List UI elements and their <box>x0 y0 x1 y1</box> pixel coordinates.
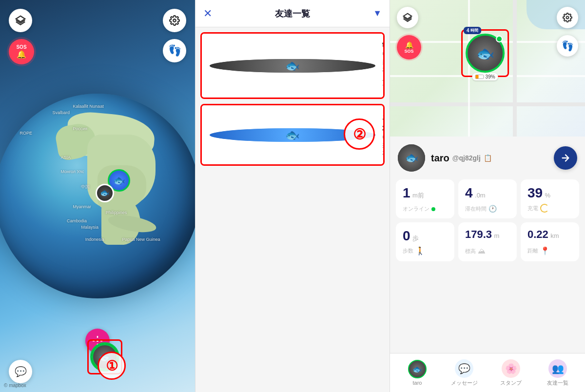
sos-label-right: SOS <box>404 49 413 54</box>
footprint-icon-right: 👣 <box>562 40 574 52</box>
stat-steps: 0 歩 歩数 🚶 <box>396 222 454 261</box>
osakana-info: おさかな @xt3lni0 共通の友達 <box>382 112 385 157</box>
osakana-name: おさかな <box>382 112 385 133</box>
stat-online: 1 m前 オンライン <box>396 179 454 218</box>
nav-label-taro: taro <box>413 380 422 386</box>
settings-button-left[interactable] <box>163 9 186 32</box>
footprint-button-left[interactable]: 👣 <box>163 39 186 62</box>
nav-item-message[interactable]: 💬 メッセージ <box>441 359 488 387</box>
user-name-display: taro @qj82glj 📋 <box>431 153 548 164</box>
battery-bar <box>475 75 484 79</box>
footprint-button-right[interactable]: 👣 <box>557 35 578 57</box>
battery-badge-map: 39% <box>472 73 498 80</box>
nav-label-stamp: スタンプ <box>500 379 522 387</box>
friends-header: ✕ 友達一覧 ▼ <box>195 0 390 27</box>
stat-online-value: 1 m前 <box>403 185 448 201</box>
battery-fill <box>476 75 479 78</box>
map-label-png: Papua New Guinea <box>122 237 160 242</box>
stat-online-label: オンライン <box>403 205 448 213</box>
clock-icon: 🕐 <box>488 205 497 213</box>
map-label-asia: ASIA <box>60 155 71 160</box>
taro-mutual: 共通の友達が1人います <box>382 58 385 91</box>
stat-charging-label: 充電 <box>527 204 572 213</box>
user-name-section: taro @qj82glj 📋 <box>431 153 548 164</box>
stat-altitude-value: 179.3 m <box>465 228 510 241</box>
map-label-china: 中国 <box>81 184 90 190</box>
map-label-russia: Россия <box>73 126 88 131</box>
taro-handle: @qj82glj <box>382 50 385 57</box>
svg-point-4 <box>566 17 569 19</box>
taro-name: taro <box>382 40 385 49</box>
left-map-panel: Svalbard Kalaallit Nunaat ROPE Россия AS… <box>0 0 195 392</box>
map-label-malaysia: Malaysia <box>81 225 98 230</box>
friend-item-osakana-wrapper: 🐟 おさかな @xt3lni0 共通の友達 ⋮ ② <box>195 104 390 166</box>
stat-distance-value: 0.22 km <box>527 228 572 241</box>
taro-avatar: 🐟 <box>210 59 375 73</box>
map-user-box: 🐟 4 時間 39% <box>461 29 509 77</box>
stingray-avatar-marker[interactable]: 🐟 <box>96 184 114 202</box>
share-button[interactable] <box>554 146 577 170</box>
svg-point-1 <box>173 19 176 22</box>
friend-item-taro[interactable]: 🐟 taro @qj82glj 共通の友達が1人います ⋮ <box>200 32 385 99</box>
footprint-icon-left: 👣 <box>168 44 181 57</box>
annotation-1: ① <box>98 352 126 380</box>
stat-steps-value: 0 歩 <box>403 228 448 244</box>
taro-info: taro @qj82glj 共通の友達が1人います <box>382 40 385 91</box>
user-detail-panel: 🐟 4 時間 39% <box>390 0 585 392</box>
nav-item-friends[interactable]: 👥 友達一覧 <box>534 359 581 387</box>
sos-button-left[interactable]: SOS 🔔 <box>9 39 34 64</box>
filter-button[interactable]: ▼ <box>373 8 382 19</box>
charging-arc <box>540 204 549 213</box>
stat-time-label: 滞在時間 🕐 <box>465 205 510 213</box>
nav-label-message: メッセージ <box>451 379 478 387</box>
user-avatar-detail: 🐟 <box>398 144 425 172</box>
altitude-icon: ⛰ <box>478 247 486 255</box>
road-h3 <box>390 102 585 106</box>
online-dot <box>431 207 435 211</box>
stat-charging: 39 % 充電 <box>521 179 579 218</box>
map-label-myanmar: Myanmar <box>73 204 92 209</box>
time-badge-map: 4 時間 <box>464 27 481 34</box>
layers-button-left[interactable] <box>9 9 32 32</box>
sos-label-left: SOS <box>16 44 26 50</box>
map-label-kalaallit: Kalaallit Nunaat <box>73 104 104 109</box>
stat-distance-label: 距離 📍 <box>527 246 572 255</box>
map-label-indonesia: Indonesia <box>85 237 104 242</box>
stat-time: 4 .0m 滞在時間 🕐 <box>458 179 517 218</box>
stat-altitude-label: 標高 ⛰ <box>465 247 510 255</box>
map-label-svalbard: Svalbard <box>53 110 70 115</box>
map-label-europe: ROPE <box>20 131 32 136</box>
steps-icon: 🚶 <box>415 246 425 255</box>
friends-title: 友達一覧 <box>212 8 373 20</box>
sos-button-right[interactable]: 🔔 SOS <box>397 35 421 59</box>
map-label-mongolia: Монгол Улс <box>60 169 84 174</box>
map-user-avatar-wrapper: 🐟 4 時間 39% <box>466 34 505 73</box>
chat-icon-left: 💬 <box>15 366 27 377</box>
user-info-section: 🐟 taro @qj82glj 📋 <box>390 137 585 179</box>
user-handle-display: @qj82glj <box>452 154 481 162</box>
stat-distance: 0.22 km 距離 📍 <box>521 222 579 261</box>
nav-icon-friends: 👥 <box>548 359 567 378</box>
right-map: 🐟 4 時間 39% <box>390 0 585 137</box>
copy-icon[interactable]: 📋 <box>484 154 492 162</box>
stat-charging-value: 39 % <box>527 185 572 201</box>
nav-item-stamp[interactable]: 🌸 スタンプ <box>488 359 534 387</box>
layers-button-right[interactable] <box>397 7 418 28</box>
stats-grid: 1 m前 オンライン 4 .0m 滞在時間 🕐 39 % <box>390 179 585 265</box>
nav-icon-message: 💬 <box>455 359 473 378</box>
nav-icon-stamp: 🌸 <box>502 359 520 378</box>
online-indicator-map <box>496 36 503 42</box>
distance-icon: 📍 <box>540 246 550 255</box>
settings-button-right[interactable] <box>557 7 578 28</box>
chat-button-left[interactable]: 💬 <box>9 360 32 383</box>
globe: Svalbard Kalaallit Nunaat ROPE Россия AS… <box>0 94 195 298</box>
map-label-philippines: Philippines <box>106 210 127 215</box>
nav-item-taro[interactable]: 🐟 taro <box>394 360 441 386</box>
osakana-handle: @xt3lni0 <box>382 133 385 140</box>
nav-label-friends: 友達一覧 <box>547 379 568 387</box>
nav-avatar-taro: 🐟 <box>408 360 427 378</box>
close-button[interactable]: ✕ <box>203 7 212 20</box>
annotation-2: ② <box>344 118 375 150</box>
friends-list-panel: ✕ 友達一覧 ▼ 🐟 taro @qj82glj 共通の友達が1人います ⋮ 🐟 <box>195 0 390 392</box>
osakana-mutual: 共通の友達 <box>382 141 385 157</box>
